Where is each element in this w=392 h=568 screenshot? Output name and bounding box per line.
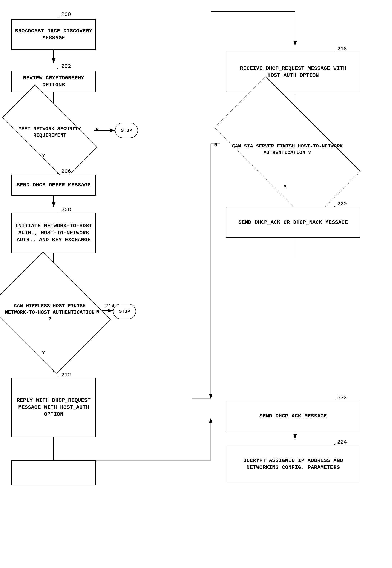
n218-y-label: Y [283,184,287,190]
node-210: CAN WIRELESS HOST FINISH NETWORK-TO-HOST… [2,274,98,351]
node-216: RECEIVE DHCP_REQUEST MESSAGE WITH HOST_A… [226,52,360,92]
step-222-label: 222 [337,395,347,401]
node-200: BROADCAST DHCP_DISCOVERY MESSAGE [12,19,96,50]
node-220: SEND DHCP_ACK OR DHCP_NACK MESSAGE [226,207,360,238]
node-218: CAN SIA SERVER FINISH HOST-TO-NETWORK AU… [220,113,354,186]
n210-y-label: Y [42,350,45,356]
step-212-label: 212 [61,372,71,378]
step-216-label: 216 [337,46,347,52]
n204-y-label: Y [42,153,45,159]
node-208: INITIATE NETWORK-TO-HOST AUTH., HOST-TO-… [12,213,96,253]
step-214-label: 214 [105,303,114,309]
flowchart-diagram: 200 ~ BROADCAST DHCP_DISCOVERY MESSAGE 2… [0,0,392,568]
n204-n-label: N [96,127,99,132]
node-222: SEND DHCP_ACK MESSAGE [226,401,360,431]
step-208-label: 208 [61,207,71,213]
node-bottom-box [12,460,96,485]
n218-n-label: N [214,142,217,148]
step-220-label: 220 [337,201,347,207]
step-202-label: 202 [61,63,71,69]
node-204: MEET NETWORK SECURITY REQUIREMENT [6,109,94,155]
stop-2: STOP [113,304,136,319]
step-200-label: 200 [61,12,71,17]
stop-1: STOP [115,123,138,138]
step-206-label: 206 [61,168,71,174]
node-224: DECRYPT ASSIGNED IP ADDRESS AND NETWORKI… [226,445,360,483]
node-202: REVIEW CRYPTOGRAPHY OPTIONS [12,71,96,92]
node-212: REPLY WITH DHCP_REQUEST MESSAGE WITH HOS… [12,378,96,437]
node-206: SEND DHCP_OFFER MESSAGE [12,175,96,196]
step-224-label: 224 [337,439,347,445]
